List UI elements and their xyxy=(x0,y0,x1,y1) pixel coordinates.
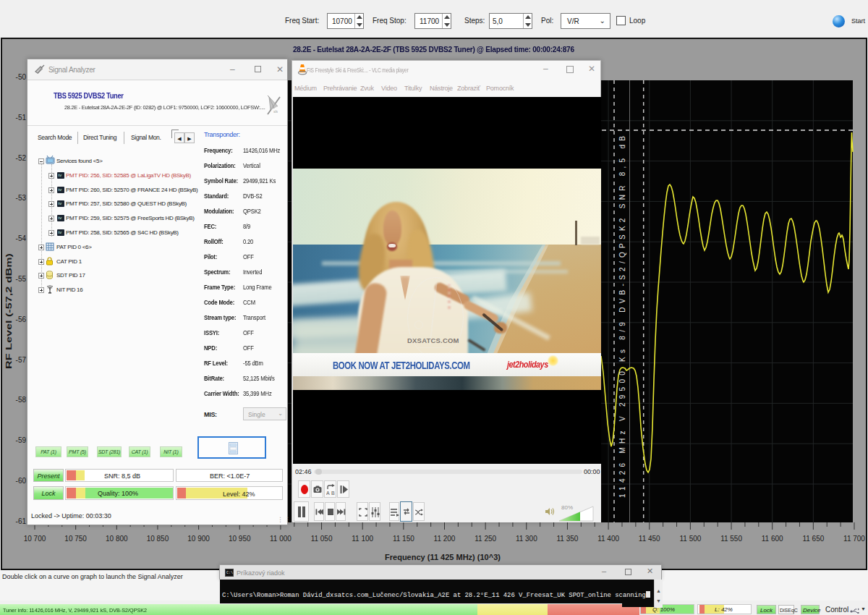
svg-text:11 650: 11 650 xyxy=(802,535,824,543)
svg-text:11 250: 11 250 xyxy=(475,535,496,543)
svg-text:10 950: 10 950 xyxy=(229,535,251,543)
svg-text:B: B xyxy=(331,491,335,496)
svg-text:11 300: 11 300 xyxy=(516,535,537,543)
svg-text:10 750: 10 750 xyxy=(64,535,87,543)
svg-text:Frequency (11 425 MHz) (10^3): Frequency (11 425 MHz) (10^3) xyxy=(385,553,501,561)
svg-text:-55: -55 xyxy=(16,275,27,283)
svg-text:10 700: 10 700 xyxy=(24,535,46,543)
svg-text:11 450: 11 450 xyxy=(639,535,660,543)
svg-text:11 400: 11 400 xyxy=(597,535,619,543)
svg-text:-52: -52 xyxy=(16,154,27,162)
svg-text:11 200: 11 200 xyxy=(434,535,456,543)
svg-text:11 050: 11 050 xyxy=(311,535,333,543)
svg-text:11 500: 11 500 xyxy=(679,535,701,543)
svg-text:sls: sls xyxy=(273,109,278,114)
svg-text:-54: -54 xyxy=(16,234,27,242)
svg-text:10 900: 10 900 xyxy=(187,535,210,543)
svg-text:RF Level (-57,2 dBm): RF Level (-57,2 dBm) xyxy=(4,253,13,369)
svg-text:-61: -61 xyxy=(16,517,27,525)
svg-text:-58: -58 xyxy=(16,396,27,404)
svg-text:-59: -59 xyxy=(16,436,27,444)
svg-text:-57: -57 xyxy=(16,356,27,364)
svg-text:11 150: 11 150 xyxy=(393,535,414,543)
svg-text:-60: -60 xyxy=(16,477,27,485)
svg-text:11 000: 11 000 xyxy=(270,535,292,543)
svg-text:-56: -56 xyxy=(16,315,27,323)
svg-text:-53: -53 xyxy=(16,194,27,202)
svg-text:11 700: 11 700 xyxy=(843,535,865,543)
svg-text:11 550: 11 550 xyxy=(720,535,742,543)
svg-text:A: A xyxy=(326,491,330,496)
svg-text:11 350: 11 350 xyxy=(557,535,579,543)
svg-text:-51: -51 xyxy=(16,114,27,122)
svg-text:10 800: 10 800 xyxy=(106,535,128,543)
svg-text:-50: -50 xyxy=(16,73,27,81)
svg-text:11 600: 11 600 xyxy=(762,535,783,543)
svg-text:11 100: 11 100 xyxy=(352,535,373,543)
svg-text:10 850: 10 850 xyxy=(147,535,169,543)
svg-text:11426 MHz V 29500 Ks 8/9 DVB-S: 11426 MHz V 29500 Ks 8/9 DVB-S2/QPSK2 SN… xyxy=(618,136,626,498)
